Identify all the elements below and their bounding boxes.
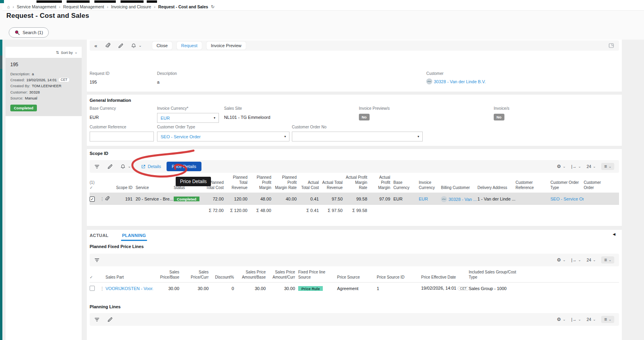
col-header[interactable]: Delivery Address <box>477 185 516 190</box>
view-mode-control[interactable]: ≡⌄ <box>601 256 614 264</box>
table-export-control[interactable]: |→⌄ <box>571 164 581 169</box>
cell-actual-total-revenue: 97.50 <box>322 197 346 201</box>
record-createdby-line: Created By:TOM.LEENHEER <box>10 83 78 89</box>
cell-billing-customer[interactable]: 30328 - Van ... <box>441 196 477 202</box>
col-header[interactable]: Price Source ID <box>377 275 421 280</box>
customer-order-no-select[interactable]: ▾ <box>292 132 423 141</box>
breadcrumb-item-invoicing-closure[interactable]: Invoicing and Closure <box>111 4 151 9</box>
row-checkbox-checked[interactable]: ✓ <box>90 197 95 202</box>
col-header[interactable]: Included Sales Group/Cost Type <box>469 269 520 280</box>
col-header[interactable]: Scope ID <box>115 185 136 190</box>
col-header[interactable]: Price Source <box>337 275 377 280</box>
cell-customer-order-type[interactable]: SEO - Service Or... <box>550 197 584 201</box>
view-mode-control[interactable]: ≡⌄ <box>601 163 614 170</box>
customer-avatar <box>426 78 432 84</box>
col-header[interactable]: Discount% <box>212 275 237 280</box>
table-export-control[interactable]: |→⌄ <box>571 317 581 322</box>
attachment-icon[interactable] <box>105 43 110 48</box>
table-export-control[interactable]: |→⌄ <box>571 258 581 262</box>
filter-icon[interactable] <box>94 164 100 169</box>
col-header[interactable]: Service <box>136 185 174 190</box>
window-cropped-icon[interactable] <box>609 43 614 48</box>
select-all-header[interactable]: (1) ✓ <box>90 180 100 190</box>
close-button[interactable]: Close <box>152 42 172 50</box>
hamburger-icon: ≡ <box>604 317 607 322</box>
collapse-panel-icon[interactable]: « <box>94 43 97 48</box>
col-header[interactable]: Actual Profit Margin Rate <box>346 175 370 190</box>
attachment-icon[interactable] <box>105 196 109 201</box>
customer-reference-input[interactable] <box>90 132 154 141</box>
table-settings-control[interactable]: ⚙⌄ <box>557 258 565 262</box>
edit-icon[interactable] <box>107 317 113 322</box>
col-header[interactable]: Customer Order Type <box>550 180 584 190</box>
col-header[interactable]: Price Effective Date <box>421 275 469 280</box>
invoice-preview-button[interactable]: Invoice Preview <box>207 42 246 50</box>
refresh-icon[interactable]: ↻ <box>211 4 215 10</box>
search-button-label: Search (1) <box>23 30 43 35</box>
kebab-icon[interactable]: ⋮ <box>100 286 105 291</box>
col-header[interactable]: Sales Price Amount/Base <box>237 269 269 280</box>
collapse-triangle-icon[interactable]: ◀ <box>613 232 615 236</box>
chevron-down-icon[interactable]: ⌄ <box>138 44 142 48</box>
col-header[interactable]: Planned Profit Margin Rate <box>274 175 300 190</box>
select-all-header[interactable]: ✓ <box>90 275 100 280</box>
chevron-down-icon[interactable]: ⌄ <box>128 164 131 168</box>
customer-link[interactable]: 30328 - Van der Linde B.V. <box>434 79 486 84</box>
col-header[interactable]: Sales Price/Curr <box>182 269 212 280</box>
record-card-selected[interactable]: 195 Description:a Created:19/02/2026, 14… <box>6 58 82 116</box>
invoice-currency-select[interactable]: EUR ▾ <box>157 113 219 123</box>
breadcrumb-item-request-management[interactable]: Request Management <box>63 4 104 9</box>
col-header[interactable]: Billing Customer <box>441 185 477 190</box>
page-size-control[interactable]: 24⌄ <box>586 317 596 322</box>
col-header[interactable]: Base Currency <box>393 180 419 190</box>
row-checkbox[interactable] <box>90 286 95 291</box>
col-header[interactable]: Customer Order <box>584 180 613 190</box>
scope-table-row[interactable]: ✓ ⋮ 191 20 - Service - Bre... Completed … <box>90 193 619 205</box>
request-button[interactable]: Request <box>177 42 202 50</box>
table-settings-control[interactable]: ⚙⌄ <box>557 317 565 322</box>
view-mode-control[interactable]: ≡⌄ <box>601 316 614 323</box>
sort-by-control[interactable]: ⇅ Sort by ⌄ <box>6 47 82 58</box>
cell-invoice-currency[interactable]: EUR <box>419 197 441 201</box>
notifications-icon[interactable] <box>131 43 136 48</box>
tab-actual[interactable]: ACTUAL <box>90 233 109 238</box>
planning-lines-title: Planning Lines <box>90 304 121 309</box>
tab-planning[interactable]: PLANNING <box>122 233 146 238</box>
filter-icon[interactable] <box>94 317 100 322</box>
col-header[interactable]: Actual Total Revenue <box>322 180 346 190</box>
notifications-icon[interactable] <box>121 164 125 169</box>
col-header[interactable]: Sales Price Amount/Curr <box>269 269 298 280</box>
col-header[interactable]: Actual Total Cost <box>300 180 322 190</box>
cell-included-sales-group: Sales Group - 1000 <box>469 286 520 291</box>
search-icon <box>15 30 20 35</box>
page-size-control[interactable]: 24⌄ <box>586 164 596 169</box>
planned-fixed-row[interactable]: ⋮ VOORIJKOSTEN - Voor... 30.00 30.00 0 3… <box>90 283 531 294</box>
price-rule-badge: Price Rule <box>298 286 323 291</box>
record-description-line: Description:a <box>10 71 78 77</box>
scope-table: (1) ✓ Scope ID Service Status Planned To… <box>90 175 619 216</box>
home-icon[interactable]: ⌂ <box>7 4 10 9</box>
edit-icon[interactable] <box>118 43 123 48</box>
details-link[interactable]: Details <box>141 164 161 169</box>
col-header[interactable]: Fixed Price line Source <box>298 269 337 280</box>
col-header[interactable]: Customer Reference <box>516 180 550 190</box>
price-details-button[interactable]: Price Details <box>167 162 201 171</box>
gear-icon: ⚙ <box>557 317 561 322</box>
kebab-icon[interactable]: ⋮ <box>100 197 105 202</box>
scope-table-header: (1) ✓ Scope ID Service Status Planned To… <box>90 175 619 193</box>
col-header[interactable]: Actual Profit Margin <box>370 175 393 190</box>
edit-icon[interactable] <box>107 164 113 169</box>
col-header[interactable]: Invoice Currency <box>419 180 441 190</box>
col-header[interactable]: Sales Part <box>105 275 153 280</box>
table-settings-control[interactable]: ⚙⌄ <box>557 164 565 169</box>
search-button[interactable]: Search (1) <box>9 27 49 38</box>
col-header[interactable]: Sales Price/Base <box>153 269 182 280</box>
cell-sales-part[interactable]: VOORIJKOSTEN - Voor... <box>105 286 153 291</box>
filter-icon[interactable] <box>94 258 100 262</box>
col-header[interactable]: Planned Total Revenue <box>227 175 251 190</box>
page-size-control[interactable]: 24⌄ <box>586 258 596 262</box>
gear-icon: ⚙ <box>557 164 561 169</box>
breadcrumb-item-service-management[interactable]: Service Management <box>17 4 56 9</box>
customer-order-type-select[interactable]: SEO - Service Order ▾ <box>157 132 289 141</box>
col-header[interactable]: Planned Profit Margin <box>251 175 274 190</box>
